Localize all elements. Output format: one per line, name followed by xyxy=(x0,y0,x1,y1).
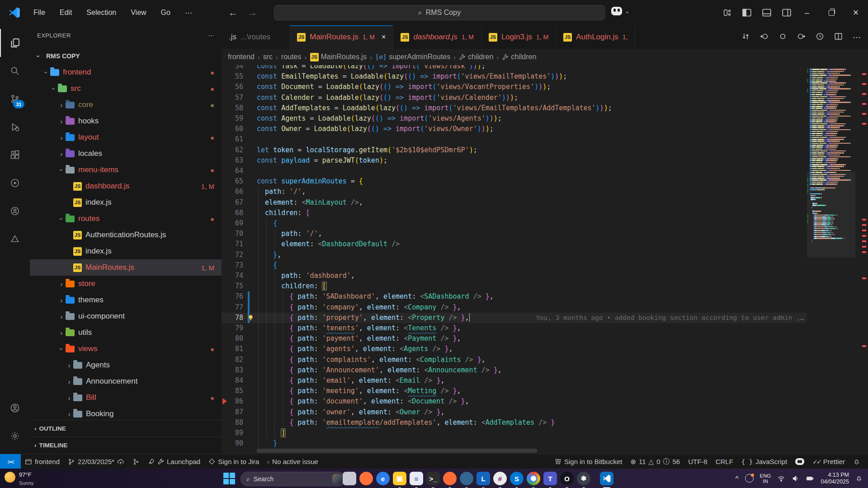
tree-item-themes[interactable]: ›themes xyxy=(30,292,222,308)
toggle-sidebar-icon[interactable] xyxy=(742,9,751,17)
timeline-section[interactable]: › TIMELINE xyxy=(30,436,222,454)
battery-icon[interactable] xyxy=(806,475,814,482)
taskbar-app-l-app[interactable]: L xyxy=(476,472,490,485)
taskbar-app-chrome[interactable] xyxy=(527,472,540,485)
minimize-button[interactable]: – xyxy=(795,0,819,25)
split-editor-button[interactable] xyxy=(834,32,843,42)
tree-item-authenticationroutes-js[interactable]: JSAuthenticationRoutes.js xyxy=(30,227,222,243)
command-center-search[interactable]: ⌕ RMS Copy xyxy=(274,5,605,20)
tree-item-ui-component[interactable]: ›ui-component xyxy=(30,308,222,324)
status-commit-graph[interactable] xyxy=(128,454,144,469)
breadcrumb-item-mainroutes-js[interactable]: JSMainRoutes.js xyxy=(310,53,367,61)
status-remote-window[interactable]: frontend xyxy=(21,454,64,469)
tab-overflow[interactable]: .js...\routes xyxy=(222,25,290,49)
tree-item-locales[interactable]: ›locales xyxy=(30,145,222,162)
breadcrumb-item-src[interactable]: src xyxy=(263,53,273,61)
tree-item-bill[interactable]: ›Bill● xyxy=(30,389,222,406)
activity-extensions[interactable] xyxy=(0,141,30,169)
status-bitbucket-signin[interactable]: Sign in to Bitbucket xyxy=(551,454,626,469)
status-jira-signin[interactable]: Sign in to Jira xyxy=(204,454,263,469)
breadcrumb-item-routes[interactable]: routes xyxy=(281,53,301,61)
close-tab-icon[interactable]: × xyxy=(382,33,386,41)
toggle-panel-icon[interactable] xyxy=(762,9,771,17)
tree-item-index-js[interactable]: JSindex.js xyxy=(30,243,222,259)
tree-item-views[interactable]: ›views● xyxy=(30,341,222,357)
tree-root-rms-copy[interactable]: ›RMS COPY xyxy=(30,48,222,64)
restore-button[interactable] xyxy=(819,0,844,25)
status-eol[interactable]: CRLF xyxy=(712,454,737,469)
breadcrumb-item-children[interactable]: children xyxy=(459,53,493,61)
taskbar-app-teams[interactable]: T xyxy=(543,472,557,485)
tree-item-menu-items[interactable]: ›menu-items● xyxy=(30,162,222,178)
notification-bell-icon[interactable] xyxy=(855,475,863,482)
status-launchpad[interactable]: Launchpad xyxy=(144,454,204,469)
tree-item-frontend[interactable]: ›frontend● xyxy=(30,64,222,80)
taskbar-app-firefox[interactable] xyxy=(359,472,373,485)
wifi-icon[interactable] xyxy=(777,475,785,482)
taskbar-search[interactable]: ⌕ Search xyxy=(241,472,345,486)
next-change-button[interactable] xyxy=(797,32,806,42)
status-git-branch[interactable]: 22/03/2025* xyxy=(64,454,128,469)
menu-[interactable]: ⋯ xyxy=(179,7,198,19)
copilot-menu[interactable]: ⌄ xyxy=(611,7,630,15)
horizontal-scrollbar[interactable] xyxy=(257,449,537,453)
tab-mainroutes-js[interactable]: JSMainRoutes.js1, M× xyxy=(290,25,393,49)
volume-icon[interactable] xyxy=(792,475,799,482)
tree-item-mainroutes-js[interactable]: JSMainRoutes.js1, M xyxy=(30,259,222,276)
activity-explorer[interactable] xyxy=(0,29,30,57)
status-notifications[interactable] xyxy=(849,454,864,469)
menu-file[interactable]: File xyxy=(28,7,51,19)
taskbar-app-pgadmin[interactable] xyxy=(460,472,473,485)
taskbar-app-settings-app[interactable]: ✱ xyxy=(577,472,590,485)
start-button[interactable] xyxy=(223,473,235,484)
timeline-history-button[interactable] xyxy=(816,32,824,42)
code-area[interactable]: 54const Task = Loadable(lazy(() => impor… xyxy=(222,65,807,454)
explorer-more-icon[interactable]: ⋯ xyxy=(208,32,215,39)
tree-item-announcement[interactable]: ›Announcement xyxy=(30,373,222,389)
lightbulb-icon[interactable] xyxy=(247,314,255,322)
activity-settings[interactable] xyxy=(0,422,30,450)
tree-item-index-js[interactable]: JSindex.js xyxy=(30,194,222,211)
status-copilot-status[interactable] xyxy=(791,454,808,469)
close-button[interactable]: × xyxy=(844,0,868,25)
toggle-secondary-sidebar-icon[interactable] xyxy=(782,9,791,17)
taskbar-app-notes-app[interactable]: ≡ xyxy=(410,472,423,485)
tree-item-utils[interactable]: ›utils xyxy=(30,324,222,341)
taskbar-app-terminal[interactable]: >_ xyxy=(426,472,440,485)
update-circle-icon[interactable] xyxy=(745,474,754,483)
status-prettier[interactable]: ✓✓Prettier xyxy=(808,454,849,469)
activity-accounts[interactable] xyxy=(0,394,30,422)
tree-item-dashboard-js[interactable]: JSdashboard.js1, M xyxy=(30,178,222,194)
tab-login3-js[interactable]: JSLogin3.js1, M xyxy=(481,25,556,49)
menu-selection[interactable]: Selection xyxy=(81,7,122,19)
activity-live-share[interactable] xyxy=(0,197,30,225)
current-change-button[interactable] xyxy=(778,32,787,42)
tree-item-src[interactable]: ›src● xyxy=(30,80,222,97)
taskbar-app-vscode[interactable] xyxy=(600,472,613,485)
taskbar-app-dark-oval-app[interactable]: O xyxy=(560,472,574,485)
tree-item-agents[interactable]: ›Agents xyxy=(30,357,222,373)
tray-chevron-icon[interactable]: ^ xyxy=(735,474,738,482)
status-encoding[interactable]: UTF-8 xyxy=(684,454,712,469)
remote-indicator[interactable]: >< xyxy=(0,454,21,469)
tree-item-layout[interactable]: ›layout● xyxy=(30,129,222,145)
breadcrumb-item-superadminroutes[interactable]: [∅]superAdminRoutes xyxy=(375,53,450,61)
status-language[interactable]: { }JavaScript xyxy=(737,454,791,469)
tab-dashboard-js[interactable]: JSdashboard.js1, M xyxy=(393,25,481,49)
taskbar-app-postman[interactable] xyxy=(443,472,457,485)
minimap-slider[interactable] xyxy=(807,172,855,258)
taskbar-app-edge[interactable]: e xyxy=(376,472,390,485)
taskbar-app-file-explorer[interactable]: ▣ xyxy=(393,472,406,485)
minimap[interactable] xyxy=(807,65,855,454)
tree-item-hooks[interactable]: ›hooks xyxy=(30,113,222,129)
language-indicator[interactable]: ENGIN xyxy=(760,473,771,484)
menu-view[interactable]: View xyxy=(125,7,151,19)
taskbar-app-slack[interactable]: # xyxy=(493,472,507,485)
breadcrumb-item-frontend[interactable]: frontend xyxy=(228,53,255,61)
status-problems[interactable]: ⊗11△0ⓘ56 xyxy=(626,454,684,469)
breadcrumb-item-children[interactable]: children xyxy=(502,53,536,61)
prev-change-button[interactable] xyxy=(760,32,769,42)
tree-item-core[interactable]: ›core● xyxy=(30,97,222,113)
open-changes-button[interactable] xyxy=(741,32,750,42)
activity-triangle-extension[interactable] xyxy=(0,225,30,253)
